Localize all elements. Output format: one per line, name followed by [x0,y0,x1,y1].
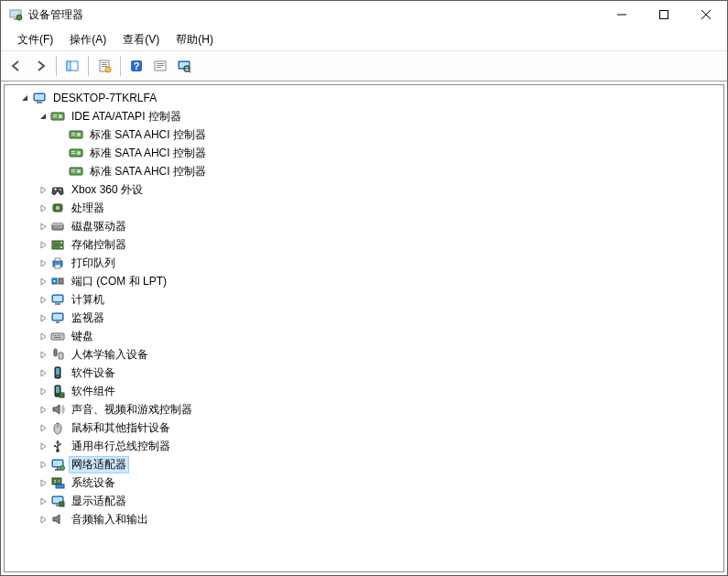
scan-hardware-button[interactable] [173,55,195,77]
device-category-node[interactable]: 端口 (COM 和 LPT) [6,272,723,290]
expander-icon[interactable] [36,365,50,380]
expander-icon[interactable] [36,182,50,197]
title-bar[interactable]: 设备管理器 [1,1,727,28]
menu-help[interactable]: 帮助(H) [168,30,221,49]
minimize-button[interactable] [601,1,643,28]
toolbar-separator [56,56,57,76]
help-button[interactable] [125,55,147,77]
tree-item-label: 声音、视频和游戏控制器 [69,401,195,418]
back-button[interactable] [5,55,27,77]
tree-item-label: 标准 SATA AHCI 控制器 [87,145,209,162]
expander-icon [54,146,69,160]
expander-icon[interactable] [36,109,50,124]
svg-rect-87 [67,61,71,71]
root-computer-node[interactable]: DESKTOP-7TKRLFA [6,89,723,107]
device-category-node[interactable]: IDE ATA/ATAPI 控制器 [6,107,723,125]
action-center-button[interactable] [149,55,171,77]
expander-icon[interactable] [36,512,50,527]
tree-item-label: IDE ATA/ATAPI 控制器 [69,108,184,125]
expander-icon[interactable] [36,237,50,252]
expander-icon[interactable] [36,384,50,398]
expander-icon[interactable] [36,420,50,435]
device-category-node[interactable]: 声音、视频和游戏控制器 [6,400,723,418]
expander-icon[interactable] [36,329,50,343]
tree-item-label: 鼠标和其他指针设备 [69,419,173,437]
tree-item-label: 磁盘驱动器 [69,218,129,235]
expander-icon[interactable] [36,292,50,307]
expander-icon [54,164,69,179]
expander-icon[interactable] [36,274,50,288]
expander-icon[interactable] [36,475,50,490]
tree-item-label: 打印队列 [69,255,118,272]
device-node[interactable]: 标准 SATA AHCI 控制器 [6,162,723,180]
menu-bar: 文件(F) 操作(A) 查看(V) 帮助(H) [1,28,727,51]
tree-item-label: 人体学输入设备 [69,346,151,364]
tree-item-label: 音频输入和输出 [69,511,151,528]
device-category-node[interactable]: 键盘 [6,327,723,345]
expander-icon[interactable] [36,310,50,325]
device-category-node[interactable]: 显示适配器 [6,492,723,510]
menu-view[interactable]: 查看(V) [115,30,167,49]
tree-item-label: 端口 (COM 和 LPT) [69,273,169,290]
expander-icon[interactable] [17,91,32,105]
device-node[interactable]: 标准 SATA AHCI 控制器 [6,125,723,144]
device-category-node[interactable]: 监视器 [6,309,723,327]
window-title: 设备管理器 [28,7,83,23]
tree-item-label: 计算机 [69,291,107,309]
port-icon [50,274,65,288]
tree-item-label: 网络适配器 [69,456,129,473]
properties-button[interactable] [93,55,115,77]
toolbar-separator [88,56,89,76]
storage-controller-icon [50,237,65,252]
hdd-controller-icon [69,164,83,179]
expander-icon[interactable] [36,457,50,472]
expander-icon[interactable] [36,219,50,234]
gamepad-icon [50,182,65,197]
svg-rect-89 [157,63,164,64]
device-category-node[interactable]: 软件组件 [6,382,723,400]
show-hide-tree-button[interactable] [61,55,83,77]
computer-icon [32,91,47,105]
expander-icon[interactable] [36,255,50,270]
forward-button[interactable] [29,55,51,77]
tree-item-label: 标准 SATA AHCI 控制器 [87,126,209,144]
device-category-node[interactable]: 人体学输入设备 [6,345,723,364]
device-category-node[interactable]: 系统设备 [6,473,723,492]
device-category-node[interactable]: Xbox 360 外设 [6,180,723,199]
toolbar [1,51,727,82]
tree-item-label: 系统设备 [69,474,118,492]
expander-icon[interactable] [36,439,50,453]
mouse-icon [50,420,65,435]
computer-icon [50,292,65,307]
cpu-icon [50,201,65,215]
device-category-node[interactable]: 通用串行总线控制器 [6,437,723,455]
device-manager-window: 设备管理器 文件(F) 操作(A) 查看(V) 帮助(H) DESKTOP-7T… [0,0,728,576]
menu-file[interactable]: 文件(F) [10,30,60,49]
network-icon [50,457,65,472]
device-category-node[interactable]: 软件设备 [6,364,723,382]
device-category-node[interactable]: 打印队列 [6,254,723,272]
expander-icon[interactable] [36,347,50,362]
menu-action[interactable]: 操作(A) [62,30,114,49]
device-category-node[interactable]: 磁盘驱动器 [6,217,723,235]
tree-item-label: 软件设备 [69,364,118,382]
device-category-node[interactable]: 存储控制器 [6,235,723,254]
maximize-button[interactable] [643,1,685,28]
device-category-node[interactable]: 音频输入和输出 [6,510,723,528]
device-node[interactable]: 标准 SATA AHCI 控制器 [6,144,723,162]
hdd-controller-icon [69,127,83,142]
software-device-icon [50,365,65,380]
audio-io-icon [50,512,65,527]
device-category-node[interactable]: 处理器 [6,199,723,217]
expander-icon[interactable] [36,201,50,215]
device-category-node[interactable]: 计算机 [6,290,723,309]
hid-icon [50,347,65,362]
expander-icon[interactable] [36,494,50,508]
close-button[interactable] [685,1,727,28]
device-category-node[interactable]: 鼠标和其他指针设备 [6,418,723,437]
monitor-icon [50,310,65,325]
device-category-node[interactable]: 网络适配器 [6,455,723,473]
expander-icon[interactable] [36,402,50,417]
svg-rect-91 [157,67,161,68]
device-tree[interactable]: DESKTOP-7TKRLFAIDE ATA/ATAPI 控制器标准 SATA … [4,84,724,572]
